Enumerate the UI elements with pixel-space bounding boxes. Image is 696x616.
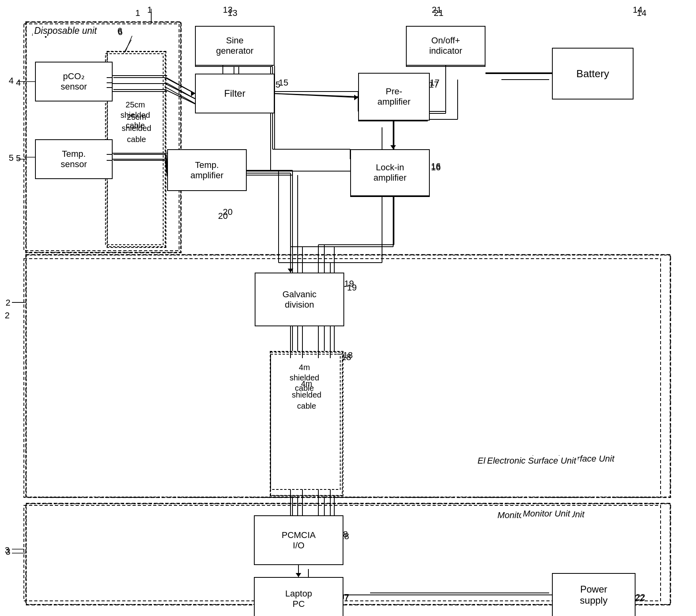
filter-block-final: Filter xyxy=(195,74,275,113)
ref-4: 4 xyxy=(16,78,21,88)
ref-number-4-label: 4 xyxy=(9,76,14,86)
electronic-surface-unit-label-final: Electronic Surface Unit xyxy=(485,456,578,466)
ref-number-18-label: 18 xyxy=(343,350,353,361)
pcmcia-io-block-final: PCMCIAI/O xyxy=(254,515,343,565)
ref-number-5-label: 5 xyxy=(9,153,14,163)
ref-number-16-label: 16 xyxy=(431,161,441,172)
ref-number-15-label: 15 xyxy=(279,78,288,88)
pco2-sensor-block-final: pCO₂sensor xyxy=(35,62,113,101)
ref-number-6-label: 6 xyxy=(118,27,123,37)
disposable-unit-label-final: Disposable unit xyxy=(33,25,98,36)
pre-amplifier-block-final: Pre-amplifier xyxy=(358,73,430,121)
ref-number-1: 1 xyxy=(135,8,140,18)
sine-generator-block-final: Sinegenerator xyxy=(195,26,275,66)
ref-number-7-label: 7 xyxy=(344,592,349,602)
shielded-cable-25cm-text: 25cmshieldedcable xyxy=(111,111,162,145)
monitor-unit-label-final: Monitor Unit xyxy=(521,509,572,519)
ref-number-19-label: 19 xyxy=(344,279,354,289)
ref-1: 1 xyxy=(147,5,152,15)
ref-number-20-label: 20 xyxy=(218,211,228,221)
power-supply-block-final: Powersupply xyxy=(552,573,636,616)
shielded-cable-25cm-box xyxy=(107,51,166,248)
ref-2: 2 xyxy=(5,310,10,321)
temp-amplifier-block-final: Temp.amplifier xyxy=(167,149,247,191)
ref-number-22-label: 22 xyxy=(636,592,645,602)
ref-number-3-label: 3 xyxy=(6,547,10,557)
ref-number-17-label: 17 xyxy=(430,78,439,88)
on-off-indicator-block-final: On/off+indicator xyxy=(406,26,485,66)
ref-number-8-label: 8 xyxy=(343,529,348,540)
shielded-cable-4m-text: 4mshieldedcable xyxy=(274,378,339,411)
galvanic-division-block-final: Galvanicdivision xyxy=(255,273,344,326)
laptop-pc-block-final: LaptopPC xyxy=(254,577,343,616)
ref-number-13-label: 13 xyxy=(228,8,237,18)
temp-sensor-block-final: Temp.sensor xyxy=(35,139,113,179)
ref-5: 5 xyxy=(16,153,21,164)
lock-in-amplifier-block-final: Lock-inamplifier xyxy=(350,149,430,196)
ref-number-14-label: 14 xyxy=(637,8,646,18)
ref-number-2-label: 2 xyxy=(6,298,10,308)
battery-block-final: Battery xyxy=(552,48,634,99)
ref-number-21-label: 21 xyxy=(434,8,443,18)
shielded-cable-4m-box xyxy=(270,351,343,496)
